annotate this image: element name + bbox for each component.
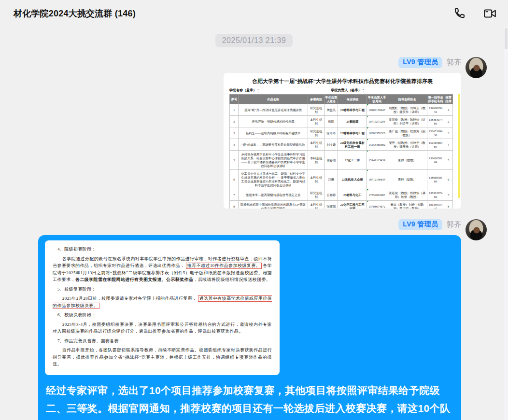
table-cell: 18206376328 — [367, 127, 387, 139]
table-cell: 18712196634 — [367, 170, 387, 189]
doc-text-segment: 2025年2月28日前，校团委邀请专家对各学院上报的作品进行复审， — [62, 296, 197, 301]
table-cell: 阳极氧化铝膜中限域传质通道的构建及在Li+高效分离中的应用研究 — [239, 201, 308, 209]
leader-label: 学院负责人（签字）： — [331, 88, 455, 93]
table-cell: 4 — [230, 139, 239, 151]
doc-text-segment: ，后续请将院级组织情况报送校团委。 — [193, 277, 270, 282]
sheet-labels: 学院名称（盖章）： 学院负责人（签字）： — [229, 87, 455, 93]
scrollbar-thumb[interactable] — [505, 28, 508, 49]
table-cell: 22化学工程与工艺三班 — [338, 201, 367, 209]
table-row: 3新钙念——超细高纯纳米钙制备关键技术研究生组别徐玲玲23材料科学与工程1820… — [230, 127, 453, 139]
table-cell: 2 — [230, 116, 239, 127]
table-cell: 22级无机非金属材料工程一班 — [338, 139, 367, 151]
table-cell: 谢春雨 — [325, 151, 338, 170]
message-bubble[interactable]: 4、院级初赛阶段：各学院通过分配的账号在报名系统内对本学院学生申报的作品进行审核… — [38, 235, 461, 420]
table-cell: 19719271293 — [367, 116, 387, 127]
table-row: 5乡村振兴视角下农村中小学生生活事件和学习适应的关系：社会支持和心理韧性的链式中… — [230, 151, 453, 170]
table-row: 7微观未来—提高聚醚传感电信号稳定之盾研究生组别公丽婷23材料与化工173546… — [230, 189, 453, 201]
table-cell: 微观未来—提高聚醚传感电信号稳定之盾 — [239, 189, 308, 201]
table-cell: 22化工二班 — [338, 151, 367, 170]
message-meta: LV9 管理员 郭齐 — [398, 57, 461, 68]
ranking-table: 序号作品名称参赛类别学生负责人姓名专业班级学生负责人手机号码指导老师姓名第一指导… — [229, 94, 453, 209]
table-cell: 新钙念——超细高纯纳米钙制备关键技术 — [239, 127, 308, 139]
doc-paragraph: 6、校级决赛阶段： — [53, 311, 272, 319]
ranking-table-image[interactable]: 合肥大学第十一届“挑战杯”大学生课外学术科技作品竞赛材化学院推荐排序表 学院名称… — [224, 73, 461, 209]
table-cell: 7 — [444, 189, 453, 201]
table-cell: 黄筱俊（教授）陈静怡（讲师）陈俊（教授） — [387, 189, 427, 201]
table-cell: 唐静（助教） — [387, 170, 427, 189]
table-cell: 23新能源 — [338, 116, 367, 127]
table-cell: 23材料科学与工程 — [338, 104, 367, 116]
doc-paragraph: 4、院级初赛阶段： — [53, 246, 272, 253]
voice-call-button[interactable] — [452, 6, 466, 21]
table-cell: 本科生组别 — [308, 151, 325, 170]
table-cell: 研究生组别 — [308, 127, 325, 139]
avatar[interactable] — [466, 57, 487, 78]
admin-level-badge: LV9 管理员 — [398, 219, 442, 230]
table-cell: 15065369936 — [427, 127, 444, 139]
header-actions — [452, 6, 497, 21]
chat-area: 2025/01/13 21:39 LV9 管理员 郭齐 合肥大学第十一届“挑战杯… — [0, 27, 508, 420]
table-row: 4“锂”想成真——高能量密度长寿命新型锂硫电池本科生组别刘文豪22级无机非金属材… — [230, 139, 453, 151]
table-cell: 5 — [230, 151, 239, 170]
table-cell: 17354603487 — [367, 189, 387, 201]
table-cell: 19966156047 — [367, 104, 387, 116]
message-meta: LV9 管理员 郭齐 — [398, 219, 461, 230]
table-cell: 化工类企业人才需求与化工、能源、材料专业学生就业意愿的差异性分析——基于安徽省六… — [239, 170, 308, 189]
message-row-table: LV9 管理员 郭齐 合肥大学第十一届“挑战杯”大学生课外学术科技作品竞赛材化学… — [0, 57, 508, 209]
ranking-table-body: 1疏海“银”舟—推动绿色无害化海洋防腐涂层研究生组别周益凡23材料科学与工程19… — [230, 104, 453, 209]
table-cell: 22无机非大众班 — [338, 170, 367, 189]
document-image[interactable]: 4、院级初赛阶段：各学院通过分配的账号在报名系统内对本学院学生申报的作品进行审核… — [45, 240, 280, 375]
table-cell: 周益凡 — [325, 104, 338, 116]
video-call-button[interactable] — [483, 6, 497, 21]
school-label: 学院名称（盖章）： — [229, 88, 331, 93]
table-cell: 6 — [230, 170, 239, 189]
table-cell: 本科生组别 — [308, 201, 325, 209]
doc-text-segment: 自作品申报开始，各团队要密切联系指导教师，持续不断完善作品。校团委组织专家对决赛… — [53, 348, 272, 366]
table-header-cell: 参赛类别 — [308, 95, 325, 104]
scrollbar-track[interactable] — [504, 27, 508, 420]
doc-text-segment: 各二级学院需在学院网站进行有关图文报道、公示获奖作品 — [75, 277, 193, 282]
table-row: 6化工类企业人才需求与化工、能源、材料专业学生就业意愿的差异性分析——基于安徽省… — [230, 170, 453, 189]
table-cell: 8 — [230, 201, 239, 209]
table-header-cell: 专业班级 — [338, 95, 367, 104]
table-cell: 汪珊 — [325, 170, 338, 189]
avatar[interactable] — [466, 219, 487, 240]
table-cell: 18133655445 — [427, 201, 444, 209]
doc-text-segment: 7、作品完善及省赛、国赛备赛： — [57, 338, 124, 343]
table-cell: 13836307460 — [427, 116, 444, 127]
sheet-title: 合肥大学第十一届“挑战杯”大学生课外学术科技作品竞赛材化学院推荐排序表 — [229, 77, 455, 85]
table-cell: 7 — [230, 189, 239, 201]
table-row: 8阳极氧化铝膜中限域传质通道的构建及在Li+高效分离中的应用研究本科生组别张耀阳… — [230, 201, 453, 209]
doc-paragraph: 5、校级复赛阶段： — [53, 286, 272, 293]
admin-level-badge: LV9 管理员 — [398, 57, 442, 68]
table-cell: 秦农（教授）刘峥（副教授）高大明（教授） — [387, 201, 427, 209]
table-cell: 8 — [444, 201, 453, 209]
table-header-row: 序号作品名称参赛类别学生负责人姓名专业班级学生负责人手机号码指导老师姓名第一指导… — [230, 95, 453, 104]
doc-paragraph: 7、作品完善及省赛、国赛备赛： — [53, 337, 272, 345]
sender-name: 郭齐 — [447, 58, 461, 67]
table-cell: 本科生组别 — [308, 116, 325, 127]
table-cell: 15256966589 — [427, 139, 444, 151]
table-cell: 15941165439 — [367, 151, 387, 170]
table-cell: 本科生组别 — [308, 170, 325, 189]
sender-name: 郭齐 — [447, 220, 461, 229]
phone-icon — [453, 7, 466, 20]
table-cell: 23材料与化工 — [338, 189, 367, 201]
yellow-stripe — [458, 94, 460, 198]
table-cell: 13966829631 — [427, 104, 444, 116]
table-cell: 疏海“银”舟—推动绿色无害化海洋防腐涂层 — [239, 104, 308, 116]
document-paragraphs: 4、院级初赛阶段：各学院通过分配的账号在报名系统内对本学院学生申报的作品进行审核… — [53, 246, 272, 368]
table-cell: 5 — [444, 151, 453, 170]
table-cell: 13866858169 — [427, 170, 444, 189]
message-row-notice: LV9 管理员 郭齐 4、院级初赛阶段：各学院通过分配的账号在报名系统内对本学院… — [0, 219, 508, 420]
table-header-cell: 学生负责人手机号码 — [367, 95, 387, 104]
doc-paragraph: 2025年3-4月，校团委组织校赛决赛，决赛采用书面评审和公开答辩相结合的方式进… — [53, 321, 272, 335]
video-camera-icon — [483, 7, 497, 20]
table-cell: 研究生组别 — [308, 104, 325, 116]
table-cell: 刘文豪 — [325, 139, 338, 151]
table-cell: 研究生组别 — [308, 189, 325, 201]
table-cell: 唐静（助教） — [387, 151, 427, 170]
table-cell: 柳阳 — [325, 116, 338, 127]
table-cell: 1 — [444, 104, 453, 116]
table-header-cell: 指导老师姓名 — [387, 95, 427, 104]
